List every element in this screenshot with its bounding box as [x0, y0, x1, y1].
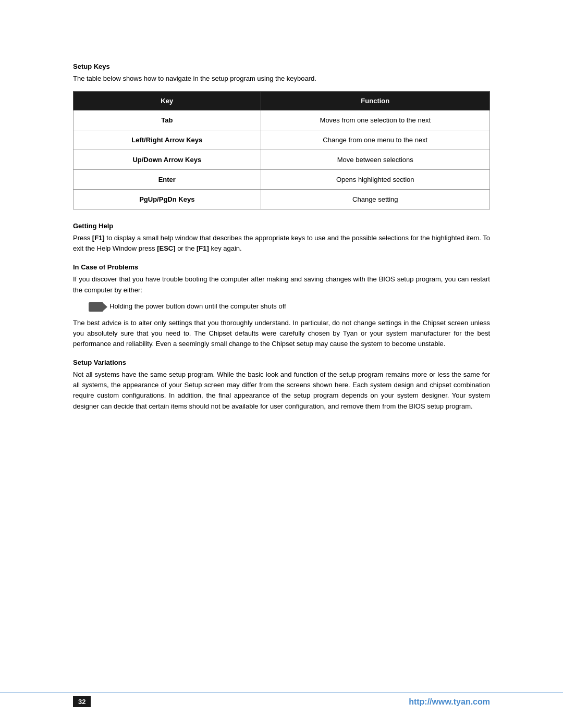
table-cell-key: Left/Right Arrow Keys — [74, 130, 261, 150]
page-number: 32 — [73, 696, 91, 707]
page-footer: 32 http://www.tyan.com — [0, 693, 563, 707]
setup-variations-section: Setup Variations Not all systems have th… — [73, 359, 490, 412]
bullet-item: Holding the power button down until the … — [89, 302, 490, 312]
table-cell-function: Change setting — [261, 190, 489, 209]
variations-text: Not all systems have the same setup prog… — [73, 369, 490, 412]
setup-keys-title: Setup Keys — [73, 63, 490, 70]
table-cell-function: Opens highlighted section — [261, 170, 489, 190]
table-header-row: Key Function — [74, 92, 490, 110]
table-cell-function: Move between selections — [261, 150, 489, 170]
problems-text: If you discover that you have trouble bo… — [73, 274, 490, 295]
table-cell-key: PgUp/PgDn Keys — [74, 190, 261, 209]
table-header-function: Function — [261, 92, 489, 110]
table-row: PgUp/PgDn KeysChange setting — [74, 190, 490, 209]
table-header-key: Key — [74, 92, 261, 110]
table-row: Left/Right Arrow KeysChange from one men… — [74, 130, 490, 150]
table-cell-key: Up/Down Arrow Keys — [74, 150, 261, 170]
table-cell-key: Enter — [74, 170, 261, 190]
getting-help-title: Getting Help — [73, 222, 490, 230]
in-case-of-problems-section: In Case of Problems If you discover that… — [73, 263, 490, 349]
setup-keys-intro: The table below shows how to navigate in… — [73, 73, 490, 84]
table-row: EnterOpens highlighted section — [74, 170, 490, 190]
table-cell-function: Moves from one selection to the next — [261, 110, 489, 130]
getting-help-section: Getting Help Press [F1] to display a sma… — [73, 222, 490, 254]
page-container: Setup Keys The table below shows how to … — [0, 0, 563, 728]
problems-advice: The best advice is to alter only setting… — [73, 318, 490, 349]
f1-key-2: [F1] — [197, 244, 209, 252]
problems-title: In Case of Problems — [73, 263, 490, 271]
variations-title: Setup Variations — [73, 359, 490, 366]
setup-keys-section: Setup Keys The table below shows how to … — [73, 63, 490, 209]
footer-url: http://www.tyan.com — [409, 697, 490, 707]
table-cell-function: Change from one menu to the next — [261, 130, 489, 150]
table-cell-key: Tab — [74, 110, 261, 130]
table-row: Up/Down Arrow KeysMove between selection… — [74, 150, 490, 170]
bullet-arrow-icon — [89, 302, 103, 312]
esc-key: [ESC] — [157, 244, 175, 252]
bullet-text: Holding the power button down until the … — [109, 302, 286, 310]
table-row: TabMoves from one selection to the next — [74, 110, 490, 130]
setup-keys-table: Key Function TabMoves from one selection… — [73, 91, 490, 209]
f1-key-1: [F1] — [92, 234, 105, 242]
getting-help-text: Press [F1] to display a small help windo… — [73, 233, 490, 254]
